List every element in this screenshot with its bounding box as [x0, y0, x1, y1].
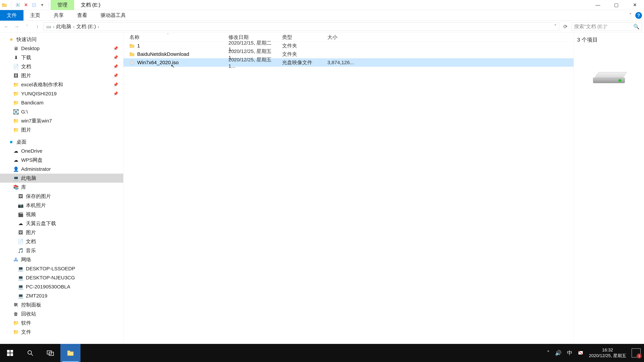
search-icon[interactable]: 🔍	[633, 24, 640, 29]
security-icon[interactable]	[578, 350, 584, 356]
tree-item-label: 天翼云盘下载	[26, 220, 56, 227]
refresh-button[interactable]: ⟳	[561, 22, 570, 31]
tree-item-label: PC-20190530OBLA	[26, 284, 70, 290]
tree-item[interactable]: 📚库	[0, 183, 123, 192]
svg-point-5	[50, 27, 50, 27]
tree-item-icon: 💻	[18, 284, 24, 290]
tree-item-label: 库	[21, 184, 26, 191]
qat-rename-icon[interactable]	[31, 2, 37, 8]
svg-rect-13	[10, 350, 13, 353]
ribbon-tab-share[interactable]: 共享	[47, 10, 70, 21]
tree-item[interactable]: 🖼图片📌	[0, 71, 123, 80]
tree-item-label: win7重装win7	[21, 117, 52, 124]
pin-icon: 📌	[113, 91, 118, 96]
tree-item[interactable]: 📁win7重装win7	[0, 116, 123, 125]
tree-item[interactable]: ☁WPS网盘	[0, 156, 123, 165]
tree-item[interactable]: 💻DESKTOP-NJEU3CG	[0, 273, 123, 282]
taskbar-clock[interactable]: 16:32 2020/12/25, 星期五	[589, 347, 626, 359]
tree-item[interactable]: 💻此电脑	[0, 174, 123, 183]
navigation-pane[interactable]: ★ 快速访问 🖥Desktop📌⬇下载📌📄文档📌🖼图片📌📁excel表格制作求和…	[0, 32, 124, 351]
quick-access-toolbar: ✕ ▾	[0, 2, 51, 8]
tree-quick-access[interactable]: ★ 快速访问	[0, 35, 123, 44]
back-button[interactable]: ←	[2, 22, 10, 31]
tree-item[interactable]: 🖼图片	[0, 228, 123, 237]
qat-delete-icon[interactable]: ✕	[23, 2, 29, 8]
tree-control-panel[interactable]: 🛠 控制面板	[0, 300, 123, 309]
help-icon[interactable]: ?	[635, 12, 642, 19]
up-button[interactable]: ↑	[33, 22, 42, 31]
tree-item[interactable]: 🖥Desktop📌	[0, 44, 123, 53]
task-view-button[interactable]	[40, 344, 60, 362]
address-bar[interactable]: › 此电脑 › 文档 (E:) › ˅	[44, 22, 559, 31]
action-center-button[interactable]: 3	[632, 349, 641, 358]
tree-item[interactable]: 📁文件	[0, 328, 123, 337]
taskbar-file-explorer[interactable]	[60, 344, 80, 362]
breadcrumb-current[interactable]: 文档 (E:)	[76, 23, 96, 30]
tree-item[interactable]: 💻ZMT2019	[0, 291, 123, 300]
tree-item[interactable]: ☁OneDrive	[0, 146, 123, 156]
tray-overflow-icon[interactable]: ˄	[547, 350, 550, 356]
tree-item[interactable]: 💻DESKTOP-LSSOEDP	[0, 264, 123, 273]
recent-locations-dropdown[interactable]: ˅	[23, 22, 31, 31]
file-name: 1	[137, 43, 140, 49]
tree-item-icon: 📁	[13, 329, 19, 335]
file-row[interactable]: BaiduNetdiskDownload2020/12/25, 星期五 1...…	[124, 50, 574, 58]
tree-item[interactable]: 📷本机照片	[0, 201, 123, 210]
maximize-button[interactable]: ▢	[607, 0, 626, 10]
tree-desktop[interactable]: ■ 桌面	[0, 137, 123, 146]
file-row[interactable]: Win7x64_2020.iso2020/12/25, 星期五 1...光盘映像…	[124, 58, 574, 67]
svg-rect-9	[130, 52, 132, 54]
ribbon-expand-icon[interactable]: ˅	[627, 12, 634, 19]
chevron-right-icon[interactable]: ›	[98, 24, 99, 29]
tree-item[interactable]: 📄文档	[0, 237, 123, 246]
column-header-name[interactable]: 名称 ˄	[124, 34, 222, 41]
pin-icon: 📌	[113, 55, 118, 60]
tree-label: 桌面	[16, 139, 26, 145]
ribbon-tab-drive-tools[interactable]: 驱动器工具	[94, 10, 132, 21]
tree-network[interactable]: 🖧 网络	[0, 255, 123, 264]
tree-item-icon: 🎵	[18, 248, 24, 253]
file-row[interactable]: 12020/12/15, 星期二 1...文件夹	[124, 41, 574, 50]
address-dropdown-icon[interactable]: ˅	[554, 24, 556, 29]
tree-item[interactable]: 📄文档📌	[0, 62, 123, 71]
tree-item[interactable]: 💻PC-20190530OBLA	[0, 282, 123, 291]
folder-icon	[130, 52, 134, 57]
ribbon-tab-home[interactable]: 主页	[24, 10, 47, 21]
tree-item[interactable]: 📁图片	[0, 125, 123, 134]
tree-item[interactable]: 💽G:\	[0, 107, 123, 116]
svg-rect-3	[32, 3, 36, 7]
forward-button[interactable]: →	[12, 22, 21, 31]
chevron-right-icon[interactable]: ›	[73, 24, 75, 29]
ribbon-tab-view[interactable]: 查看	[70, 10, 94, 21]
column-header-type[interactable]: 类型	[276, 34, 321, 41]
tree-item[interactable]: 🖼保存的图片	[0, 192, 123, 201]
star-icon: ★	[8, 37, 14, 42]
chevron-right-icon[interactable]: ›	[53, 24, 54, 29]
tree-recycle-bin[interactable]: 🗑 回收站	[0, 309, 123, 319]
tree-item[interactable]: ⬇下载📌	[0, 53, 123, 62]
network-icon: 🖧	[13, 257, 19, 263]
contextual-tab-manage[interactable]: 管理	[51, 0, 74, 10]
column-header-size[interactable]: 大小	[321, 34, 350, 41]
qat-properties-icon[interactable]	[15, 2, 21, 8]
taskbar-search-button[interactable]	[20, 344, 40, 362]
tree-item[interactable]: 📁Bandicam	[0, 98, 123, 107]
close-button[interactable]: ✕	[626, 0, 644, 10]
tree-item[interactable]: 🎬视频	[0, 210, 123, 219]
tree-item[interactable]: 🎵音乐	[0, 246, 123, 255]
tree-item[interactable]: 📁excel表格制作求和📌	[0, 80, 123, 89]
tree-item[interactable]: 📁软件	[0, 319, 123, 328]
qat-customize-dropdown-icon[interactable]: ▾	[39, 2, 45, 8]
search-box[interactable]: 搜索"文档 (E:)" 🔍	[572, 22, 642, 31]
start-button[interactable]	[0, 344, 20, 362]
breadcrumb-this-pc[interactable]: 此电脑	[56, 23, 71, 30]
ribbon-tab-file[interactable]: 文件	[0, 10, 24, 21]
minimize-button[interactable]: —	[589, 0, 607, 10]
volume-icon[interactable]: 🔊	[555, 350, 562, 356]
tree-item[interactable]: ☁天翼云盘下载	[0, 219, 123, 228]
tree-item-label: 视频	[26, 211, 36, 218]
tree-item[interactable]: 📁YUNQISHI2019📌	[0, 89, 123, 98]
ime-indicator[interactable]: 中	[567, 349, 572, 357]
pin-icon: 📌	[113, 73, 118, 78]
tree-item[interactable]: 👤Administrator	[0, 165, 123, 174]
